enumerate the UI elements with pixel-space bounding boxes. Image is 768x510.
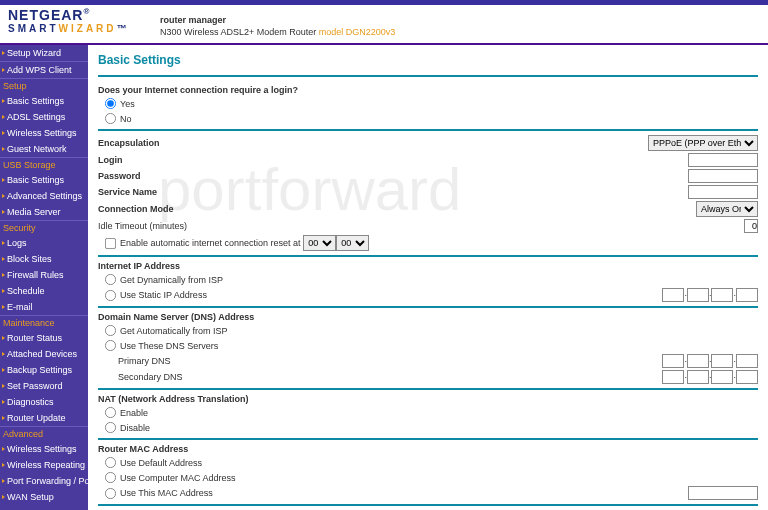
dns-s-label: Secondary DNS	[118, 372, 662, 382]
ip-a[interactable]	[662, 288, 684, 302]
sidebar-item[interactable]: Block Sites	[0, 251, 88, 267]
logo: NETGEAR®	[8, 7, 768, 23]
iip-dyn-radio[interactable]	[105, 274, 116, 285]
ip-c[interactable]	[711, 288, 733, 302]
password-input[interactable]	[688, 169, 758, 183]
dns-use-radio[interactable]	[105, 340, 116, 351]
iip-dyn-label: Get Dynamically from ISP	[120, 275, 223, 285]
page-title: Basic Settings	[98, 49, 758, 77]
mac-this-label: Use This MAC Address	[120, 488, 688, 498]
sidebar-item[interactable]: Schedule	[0, 283, 88, 299]
connmode-label: Connection Mode	[98, 204, 696, 214]
dns-use-label: Use These DNS Servers	[120, 341, 218, 351]
ip-b[interactable]	[687, 288, 709, 302]
dnss-c[interactable]	[711, 370, 733, 384]
login-yes-radio[interactable]	[105, 98, 116, 109]
dns-auto-label: Get Automatically from ISP	[120, 326, 228, 336]
header: NETGEAR® SMARTWIZARD™ router manager N30…	[0, 5, 768, 45]
sidebar: Setup WizardAdd WPS ClientSetupBasic Set…	[0, 45, 88, 510]
encap-label: Encapsulation	[98, 138, 648, 148]
sidebar-item[interactable]: Router Update	[0, 410, 88, 427]
nat-enable-radio[interactable]	[105, 407, 116, 418]
sidebar-item[interactable]: Wireless Settings	[0, 441, 88, 457]
sidebar-item[interactable]: Media Server	[0, 204, 88, 221]
sidebar-item[interactable]: Port Forwarding / Port Triggering	[0, 473, 88, 489]
sidebar-item[interactable]: E-mail	[0, 299, 88, 316]
sidebar-item[interactable]: ADSL Settings	[0, 109, 88, 125]
login-no-label: No	[120, 114, 132, 124]
mac-def-label: Use Default Address	[120, 458, 202, 468]
dnsp-d[interactable]	[736, 354, 758, 368]
sidebar-item[interactable]: Set Password	[0, 378, 88, 394]
password-label: Password	[98, 171, 688, 181]
iip-static-radio[interactable]	[105, 289, 116, 300]
header-subtitle: N300 Wireless ADSL2+ Modem Router model …	[160, 27, 395, 37]
login-yes-label: Yes	[120, 99, 135, 109]
sidebar-category: USB Storage	[0, 158, 88, 172]
nat-disable-radio[interactable]	[105, 422, 116, 433]
dns-auto-radio[interactable]	[105, 325, 116, 336]
login-label: Login	[98, 155, 688, 165]
mac-comp-radio[interactable]	[105, 472, 116, 483]
mac-input[interactable]	[688, 486, 758, 500]
dnsp-c[interactable]	[711, 354, 733, 368]
idle-label: Idle Timeout (minutes)	[98, 221, 744, 231]
dns-header: Domain Name Server (DNS) Address	[98, 311, 758, 323]
sidebar-item[interactable]: Setup Wizard	[0, 45, 88, 62]
dnss-d[interactable]	[736, 370, 758, 384]
dnsp-a[interactable]	[662, 354, 684, 368]
autoreset-check[interactable]	[105, 237, 116, 248]
content: portforward Basic Settings Does your Int…	[88, 45, 768, 510]
dnsp-b[interactable]	[687, 354, 709, 368]
sidebar-item[interactable]: Diagnostics	[0, 394, 88, 410]
mac-this-radio[interactable]	[105, 487, 116, 498]
dnss-a[interactable]	[662, 370, 684, 384]
login-input[interactable]	[688, 153, 758, 167]
dns-p-label: Primary DNS	[118, 356, 662, 366]
encap-select[interactable]: PPPoE (PPP over Ethernet)	[648, 135, 758, 151]
mac-header: Router MAC Address	[98, 443, 758, 455]
sidebar-item[interactable]: Advanced Settings	[0, 188, 88, 204]
sidebar-item[interactable]: Wireless Repeating Function	[0, 457, 88, 473]
sidebar-item[interactable]: Firewall Rules	[0, 267, 88, 283]
sidebar-item[interactable]: LAN Setup	[0, 505, 88, 510]
nat-enable-label: Enable	[120, 408, 148, 418]
mac-comp-label: Use Computer MAC Address	[120, 473, 236, 483]
idle-input[interactable]	[744, 219, 758, 233]
reset-h[interactable]: 00	[303, 235, 336, 251]
ip-d[interactable]	[736, 288, 758, 302]
connmode-select[interactable]: Always On	[696, 201, 758, 217]
sidebar-item[interactable]: WAN Setup	[0, 489, 88, 505]
sidebar-item[interactable]: Backup Settings	[0, 362, 88, 378]
header-title: router manager	[160, 15, 226, 25]
dnss-b[interactable]	[687, 370, 709, 384]
nat-disable-label: Disable	[120, 423, 150, 433]
mac-def-radio[interactable]	[105, 457, 116, 468]
reset-m[interactable]: 00	[336, 235, 369, 251]
sidebar-item[interactable]: Basic Settings	[0, 93, 88, 109]
sidebar-item[interactable]: Logs	[0, 235, 88, 251]
sidebar-category: Advanced	[0, 427, 88, 441]
iip-static-label: Use Static IP Address	[120, 290, 662, 300]
sidebar-item[interactable]: Attached Devices	[0, 346, 88, 362]
sidebar-category: Setup	[0, 79, 88, 93]
sidebar-item[interactable]: Router Status	[0, 330, 88, 346]
sidebar-item[interactable]: Guest Network	[0, 141, 88, 158]
login-question: Does your Internet connection require a …	[98, 84, 758, 96]
login-no-radio[interactable]	[105, 113, 116, 124]
service-label: Service Name	[98, 187, 688, 197]
sidebar-category: Security	[0, 221, 88, 235]
iip-header: Internet IP Address	[98, 260, 758, 272]
sidebar-category: Maintenance	[0, 316, 88, 330]
sidebar-item[interactable]: Add WPS Client	[0, 62, 88, 79]
autoreset-label: Enable automatic internet connection res…	[120, 238, 301, 248]
nat-header: NAT (Network Address Translation)	[98, 393, 758, 405]
service-input[interactable]	[688, 185, 758, 199]
sidebar-item[interactable]: Basic Settings	[0, 172, 88, 188]
sidebar-item[interactable]: Wireless Settings	[0, 125, 88, 141]
